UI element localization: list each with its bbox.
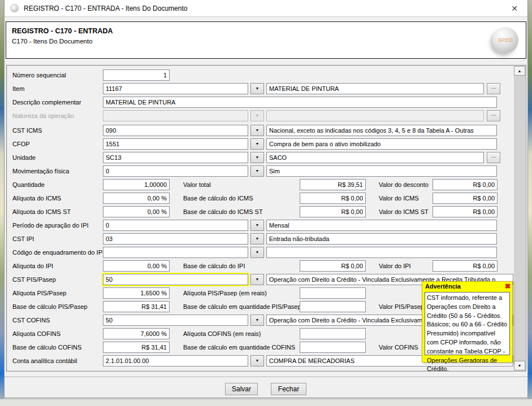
desktop-edge-left bbox=[0, 0, 4, 406]
numero-sequencial-input[interactable] bbox=[103, 69, 170, 81]
periodo-ipi-dropdown-button[interactable]: ▼ bbox=[250, 220, 264, 231]
cst-pis-dropdown-button[interactable]: ▼ bbox=[250, 274, 264, 285]
chevron-down-icon: ▼ bbox=[251, 84, 263, 94]
close-x-icon: ✖ bbox=[505, 282, 511, 290]
aliquota-icms-input[interactable] bbox=[103, 193, 170, 204]
periodo-ipi-desc-input[interactable] bbox=[266, 220, 497, 231]
chevron-down-icon: ▼ bbox=[251, 315, 263, 325]
valor-total-input[interactable] bbox=[300, 179, 366, 190]
save-button[interactable]: Salvar bbox=[225, 383, 258, 395]
unidade-browse-button[interactable]: ... bbox=[487, 152, 500, 163]
natureza-operacao-browse-button[interactable]: ... bbox=[487, 110, 500, 121]
row-cst-icms: CST ICMS ▼ bbox=[7, 125, 526, 136]
valor-icms-input[interactable] bbox=[432, 193, 498, 204]
vertical-scrollbar[interactable]: ▲ ▼ bbox=[514, 66, 525, 370]
aliquota-ipi-input[interactable] bbox=[103, 260, 170, 272]
cst-cofins-code-input[interactable] bbox=[103, 315, 248, 326]
cst-icms-code-input[interactable] bbox=[103, 125, 248, 136]
conta-contabil-dropdown-button[interactable]: ▼ bbox=[250, 355, 264, 366]
valor-icms-st-input[interactable] bbox=[432, 206, 498, 217]
descricao-complementar-input[interactable] bbox=[103, 97, 497, 108]
cst-ipi-dropdown-button[interactable]: ▼ bbox=[250, 233, 264, 245]
bc-ipi-label: Base de cálculo do IPI bbox=[183, 263, 245, 269]
row-cfop: CFOP ▼ bbox=[7, 138, 526, 150]
periodo-ipi-label: Período de apuração do IPI bbox=[12, 222, 89, 229]
valor-cofins-label: Valor COFINS bbox=[379, 344, 418, 351]
cst-icms-desc-input[interactable] bbox=[266, 125, 497, 136]
movimentacao-fisica-label: Movimentação física bbox=[12, 168, 69, 174]
chevron-down-icon: ▼ bbox=[251, 152, 263, 163]
cod-enq-ipi-desc-input[interactable] bbox=[266, 247, 497, 258]
row-item: Item ▼ ... bbox=[7, 83, 526, 94]
numero-sequencial-label: Número sequencial bbox=[12, 72, 66, 78]
cfop-desc-input[interactable] bbox=[266, 138, 497, 150]
warning-close-button[interactable]: ✖ bbox=[505, 282, 511, 290]
quantidade-input[interactable] bbox=[103, 179, 170, 190]
bc-cofins-input[interactable] bbox=[103, 342, 170, 353]
bc-cofins-label: Base de cálculo COFINS bbox=[12, 344, 81, 351]
bc-icms-label: Base de cálculo do ICMS bbox=[183, 195, 253, 202]
cst-ipi-desc-input[interactable] bbox=[266, 233, 497, 245]
bc-icms-input[interactable] bbox=[300, 193, 366, 204]
chevron-down-icon: ▼ bbox=[251, 166, 263, 176]
window-title: REGISTRO - C170 - ENTRADA - Itens Do Doc… bbox=[24, 5, 187, 12]
row-numero-sequencial: Número sequencial bbox=[7, 69, 526, 81]
header-panel: REGISTRO - C170 - ENTRADA C170 - Itens D… bbox=[6, 21, 526, 59]
valor-pis-label: Valor PIS/Pasep bbox=[379, 303, 424, 310]
bc-ipi-input[interactable] bbox=[300, 260, 366, 272]
row-icms: Alíquota do ICMS Base de cálculo do ICMS… bbox=[7, 193, 526, 204]
valor-ipi-input[interactable] bbox=[432, 260, 498, 272]
warning-popup: Advertência ✖ CST informado, referente a… bbox=[422, 281, 513, 363]
aliquota-cofins-input[interactable] bbox=[103, 328, 170, 339]
cod-enq-ipi-code-input[interactable] bbox=[103, 247, 248, 258]
unidade-dropdown-button[interactable]: ▼ bbox=[250, 152, 264, 163]
unidade-desc-input[interactable] bbox=[266, 152, 484, 163]
warning-title: Advertência bbox=[425, 283, 461, 290]
bottom-strip bbox=[0, 399, 532, 406]
close-button[interactable]: Fechar bbox=[271, 383, 306, 395]
item-dropdown-button[interactable]: ▼ bbox=[250, 83, 264, 94]
cst-icms-dropdown-button[interactable]: ▼ bbox=[250, 125, 264, 136]
unidade-label: Unidade bbox=[12, 154, 36, 161]
aliquota-cofins-reais-input[interactable] bbox=[300, 328, 366, 339]
valor-icms-label: Valor do ICMS bbox=[379, 195, 419, 202]
cod-enq-ipi-label: Código de enquadramento do IPI bbox=[12, 249, 104, 256]
row-periodo-ipi: Período de apuração do IPI ▼ bbox=[7, 220, 526, 231]
title-bar: REGISTRO - C170 - ENTRADA - Itens Do Doc… bbox=[5, 0, 527, 17]
item-code-input[interactable] bbox=[103, 83, 248, 94]
cst-pis-code-input[interactable] bbox=[103, 274, 248, 285]
row-natureza-operacao: Natureza da operação ▼ ... bbox=[7, 110, 526, 121]
ellipsis-icon: ... bbox=[491, 84, 496, 90]
cfop-code-input[interactable] bbox=[103, 138, 248, 150]
conta-contabil-code-input[interactable] bbox=[103, 355, 248, 366]
quantidade-label: Quantidade bbox=[12, 181, 45, 188]
bc-qtd-cofins-input[interactable] bbox=[300, 342, 366, 353]
aliquota-cofins-label: Alíquota COFINS bbox=[12, 330, 60, 337]
aliquota-icms-st-input[interactable] bbox=[103, 206, 170, 217]
window-close-button[interactable]: ✕ bbox=[509, 3, 520, 14]
aliquota-pis-reais-input[interactable] bbox=[300, 287, 366, 299]
item-browse-button[interactable]: ... bbox=[487, 83, 500, 94]
cst-cofins-dropdown-button[interactable]: ▼ bbox=[250, 315, 264, 326]
chevron-down-icon: ▼ bbox=[251, 234, 263, 244]
scrollbar-up-button[interactable]: ▲ bbox=[514, 66, 525, 76]
periodo-ipi-code-input[interactable] bbox=[103, 220, 248, 231]
natureza-operacao-code-input bbox=[103, 110, 248, 121]
movimentacao-fisica-code-input[interactable] bbox=[103, 165, 248, 177]
bc-qtd-pis-input[interactable] bbox=[300, 301, 366, 312]
cst-ipi-code-input[interactable] bbox=[103, 233, 248, 245]
movimentacao-fisica-dropdown-button[interactable]: ▼ bbox=[250, 165, 264, 177]
valor-desconto-input[interactable] bbox=[432, 179, 498, 190]
scrollbar-down-button[interactable]: ▼ bbox=[514, 361, 525, 370]
bc-icms-st-input[interactable] bbox=[300, 206, 366, 217]
aliquota-pis-reais-label: Alíquota PIS/Pasep (em reais) bbox=[183, 290, 267, 296]
bc-pis-input[interactable] bbox=[103, 301, 170, 312]
conta-contabil-label: Conta analítica contábil bbox=[12, 357, 77, 364]
item-desc-input[interactable] bbox=[266, 83, 484, 94]
unidade-code-input[interactable] bbox=[103, 152, 248, 163]
cfop-dropdown-button[interactable]: ▼ bbox=[250, 138, 264, 150]
cod-enq-ipi-dropdown-button[interactable]: ▼ bbox=[250, 247, 264, 258]
movimentacao-fisica-desc-input[interactable] bbox=[266, 165, 497, 177]
aliquota-pis-input[interactable] bbox=[103, 287, 170, 299]
valor-desconto-label: Valor do desconto bbox=[379, 181, 429, 188]
